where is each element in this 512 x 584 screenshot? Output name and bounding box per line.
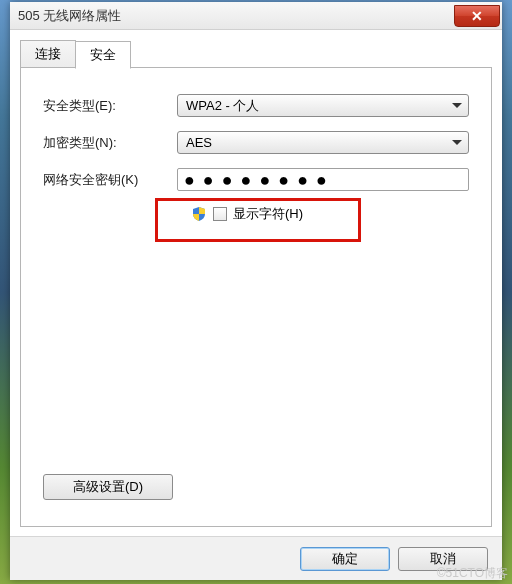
security-type-select[interactable]: WPA2 - 个人: [177, 94, 469, 117]
row-encryption-type: 加密类型(N): AES: [43, 131, 469, 154]
show-chars-checkbox[interactable]: [213, 207, 227, 221]
titlebar: 505 无线网络属性 ✕: [10, 2, 502, 30]
encryption-type-value: AES: [186, 135, 212, 150]
chevron-down-icon: [452, 140, 462, 145]
key-label: 网络安全密钥(K): [43, 171, 177, 189]
security-panel: 安全类型(E): WPA2 - 个人 加密类型(N): AES 网络安全密钥(K…: [20, 67, 492, 527]
key-mask: ●●●●●●●●: [184, 170, 335, 190]
row-security-type: 安全类型(E): WPA2 - 个人: [43, 94, 469, 117]
shield-icon: [191, 206, 207, 222]
tab-security[interactable]: 安全: [75, 41, 131, 69]
security-type-value: WPA2 - 个人: [186, 97, 259, 115]
cancel-button[interactable]: 取消: [398, 547, 488, 571]
encryption-type-label: 加密类型(N):: [43, 134, 177, 152]
row-show-chars: 显示字符(H): [191, 205, 469, 223]
advanced-settings-button[interactable]: 高级设置(D): [43, 474, 173, 500]
show-chars-label: 显示字符(H): [233, 205, 303, 223]
close-icon: ✕: [471, 8, 483, 24]
close-button[interactable]: ✕: [454, 5, 500, 27]
security-type-label: 安全类型(E):: [43, 97, 177, 115]
chevron-down-icon: [452, 103, 462, 108]
ok-label: 确定: [332, 550, 358, 568]
advanced-settings-label: 高级设置(D): [73, 478, 143, 496]
row-key: 网络安全密钥(K) ●●●●●●●●: [43, 168, 469, 191]
cancel-label: 取消: [430, 550, 456, 568]
dialog-button-bar: 确定 取消: [10, 536, 502, 580]
ok-button[interactable]: 确定: [300, 547, 390, 571]
network-key-input[interactable]: ●●●●●●●●: [177, 168, 469, 191]
tab-connect[interactable]: 连接: [20, 40, 76, 68]
encryption-type-select[interactable]: AES: [177, 131, 469, 154]
dialog-window: 505 无线网络属性 ✕ 连接 安全 安全类型(E): WPA2 - 个人 加密…: [10, 2, 502, 580]
window-title: 505 无线网络属性: [18, 7, 121, 25]
client-area: 连接 安全 安全类型(E): WPA2 - 个人 加密类型(N): AES 网络…: [10, 30, 502, 580]
tab-strip: 连接 安全: [20, 40, 492, 68]
